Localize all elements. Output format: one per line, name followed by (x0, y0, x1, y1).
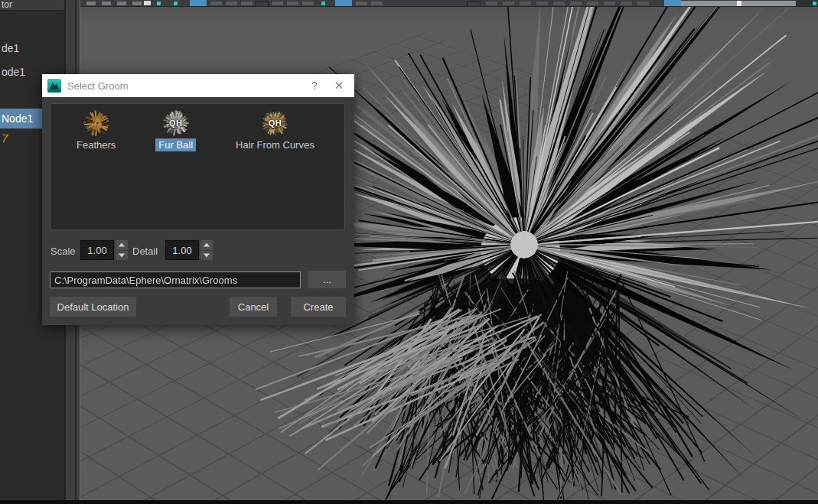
scale-down-arrow-icon[interactable] (116, 251, 128, 261)
groom-item-fur-ball[interactable]: QH Fur Ball (155, 110, 196, 151)
toolbar-icon[interactable] (241, 2, 253, 5)
detail-label: Detail (132, 245, 158, 257)
scale-spinner[interactable]: 1.00 (80, 240, 128, 260)
toolbar-icon[interactable] (335, 0, 352, 6)
create-button[interactable]: Create (291, 297, 346, 317)
top-toolbar[interactable] (80, 0, 818, 7)
toolbar-icon[interactable] (132, 2, 142, 5)
default-location-button[interactable]: Default Location (50, 297, 136, 317)
outliner-item[interactable]: 7 (2, 132, 8, 145)
detail-up-arrow-icon[interactable] (200, 240, 213, 251)
toolbar-icon[interactable] (604, 2, 615, 5)
toolbar-icon[interactable] (302, 2, 314, 5)
detail-value[interactable]: 1.00 (165, 240, 199, 260)
groom-path-input[interactable] (50, 272, 301, 288)
toolbar-icon[interactable] (520, 2, 531, 5)
scale-value[interactable]: 1.00 (80, 240, 114, 260)
outliner-item[interactable]: de1 (2, 42, 19, 54)
close-icon[interactable]: ✕ (327, 79, 351, 93)
groom-item-hair-from-curves[interactable]: QH Hair From Curves (233, 110, 318, 151)
toolbar-icon[interactable] (321, 2, 325, 5)
toolbar-icon[interactable] (637, 2, 649, 5)
groom-badge: QH (261, 119, 288, 128)
toolbar-icon[interactable] (190, 0, 207, 6)
toolbar-icon[interactable] (287, 2, 298, 5)
toolbar-icon[interactable] (467, 1, 481, 8)
toolbar-icon[interactable] (813, 2, 816, 5)
toolbar-icon[interactable] (553, 2, 565, 5)
outliner-item[interactable]: ode1 (2, 66, 25, 78)
outliner-header: tor (0, 0, 64, 11)
toolbar-icon[interactable] (587, 2, 598, 5)
dialog-title: Select Groom (67, 80, 302, 92)
toolbar-icon[interactable] (356, 2, 367, 5)
browse-button[interactable]: ... (308, 271, 346, 288)
scale-label: Scale (51, 245, 76, 257)
toolbar-icon[interactable] (86, 2, 96, 5)
toolbar-icon[interactable] (486, 2, 497, 5)
toolbar-icon[interactable] (536, 2, 548, 5)
groom-thumbnail-feathers (83, 110, 110, 138)
detail-down-arrow-icon[interactable] (200, 251, 213, 261)
cancel-button[interactable]: Cancel (230, 297, 277, 317)
toolbar-icon[interactable] (157, 2, 161, 5)
toolbar-icon[interactable] (255, 1, 269, 8)
toolbar-icon[interactable] (174, 2, 178, 5)
help-button[interactable]: ? (302, 80, 327, 92)
groom-label[interactable]: Feathers (73, 138, 119, 151)
toolbar-icon[interactable] (371, 2, 383, 5)
toolbar-icon[interactable] (226, 2, 237, 5)
scale-up-arrow-icon[interactable] (116, 240, 128, 251)
groom-badge: QH (162, 119, 190, 128)
toolbar-icon[interactable] (210, 2, 222, 5)
toolbar-icon[interactable] (570, 2, 582, 5)
toolbar-icon[interactable] (503, 2, 514, 5)
dialog-titlebar[interactable]: Select Groom ? ✕ (42, 74, 354, 97)
app-logo-icon (47, 79, 61, 93)
groom-label[interactable]: Hair From Curves (233, 138, 318, 151)
toolbar-icon[interactable] (737, 1, 741, 6)
detail-spinner[interactable]: 1.00 (165, 240, 213, 260)
toolbar-icon[interactable] (117, 2, 126, 5)
toolbar-icon[interactable] (664, 0, 681, 6)
groom-list: Feathers QH Fur Ball QH Hair From Curves (50, 103, 345, 230)
select-groom-dialog: Select Groom ? ✕ Feathers QH Fur Ball (42, 74, 354, 325)
bottom-strip (0, 500, 818, 504)
groom-label-selected[interactable]: Fur Ball (155, 138, 196, 151)
groom-item-feathers[interactable]: Feathers (73, 110, 119, 151)
toolbar-icon[interactable] (621, 2, 632, 5)
toolbar-icon[interactable] (144, 1, 151, 5)
toolbar-icon[interactable] (272, 2, 283, 5)
toolbar-icon[interactable] (102, 2, 111, 5)
